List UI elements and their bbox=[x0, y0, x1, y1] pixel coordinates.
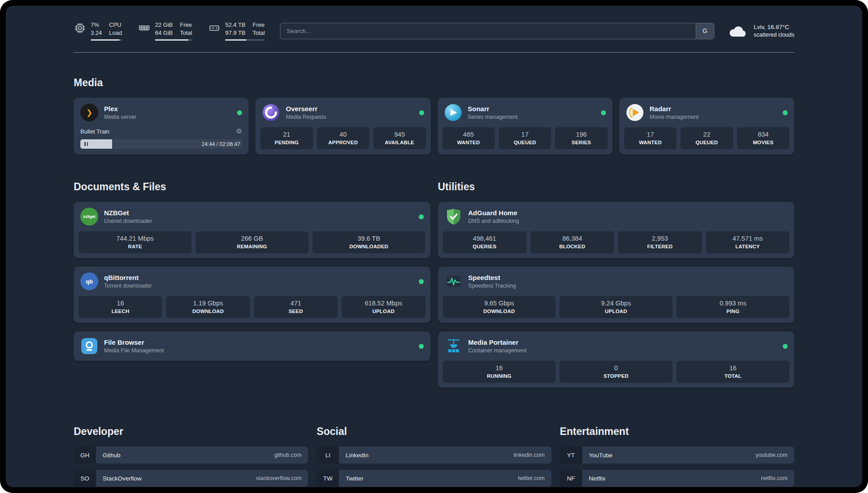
disk-free-value: 52.4 TB bbox=[225, 21, 245, 29]
stat-value: 40 bbox=[319, 131, 367, 138]
stat-label: FILTERED bbox=[620, 244, 700, 249]
stat-block: 22 QUEUED bbox=[680, 127, 733, 149]
resource-widgets: 7% 3.24 CPU Load bbox=[74, 21, 265, 41]
service-card-portainer[interactable]: Media Portainer Container management 16 … bbox=[438, 331, 795, 388]
bookmark-url: twitter.com bbox=[518, 475, 545, 481]
utilities-column: Utilities AdGuard Home DNS and adblockin… bbox=[438, 181, 795, 396]
service-card-plex[interactable]: ❯ Plex Media server Bullet Train ⚙ 24: bbox=[74, 98, 249, 155]
stat-block: 17 WANTED bbox=[624, 127, 676, 149]
stat-label: TOTAL bbox=[678, 373, 788, 379]
stat-block: 485 WANTED bbox=[442, 127, 495, 149]
bookmark-linkedin[interactable]: LI LinkedIn linkedin.com bbox=[317, 447, 551, 464]
stat-label: QUERIES bbox=[445, 244, 525, 249]
search-provider-button[interactable]: G bbox=[696, 23, 714, 39]
bookmark-abbr: YT bbox=[560, 447, 582, 464]
service-card-qbittorrent[interactable]: qb qBittorrent Torrent downloader 16 LEE… bbox=[74, 267, 430, 323]
service-card-nzbget[interactable]: nzbget NZBGet Usenet downloader 744.21 M… bbox=[74, 202, 430, 258]
now-playing-title: Bullet Train bbox=[80, 128, 109, 135]
service-desc: Media File Management bbox=[104, 347, 164, 354]
stat-value: 0.993 ms bbox=[678, 300, 788, 307]
stat-value: 39.6 TB bbox=[314, 235, 424, 242]
stat-label: DOWNLOADED bbox=[314, 244, 424, 249]
bookmark-url: youtube.com bbox=[755, 452, 788, 458]
stat-block: 2,953 FILTERED bbox=[618, 231, 701, 253]
portainer-icon bbox=[445, 337, 463, 355]
stat-label: SEED bbox=[256, 309, 336, 314]
stat-value: 9.65 Gbps bbox=[445, 300, 554, 307]
service-desc: Movie management bbox=[650, 114, 699, 120]
stat-block: 618.52 Mbps UPLOAD bbox=[342, 296, 425, 318]
status-dot-online bbox=[237, 110, 242, 115]
resource-memory: 22 GiB 64 GiB Free Total bbox=[138, 21, 192, 41]
stat-block: 834 MOVIES bbox=[737, 127, 789, 149]
service-card-adguard[interactable]: AdGuard Home DNS and adblocking 498,461 … bbox=[438, 202, 795, 258]
stat-value: 2,953 bbox=[620, 235, 700, 242]
service-card-overseerr[interactable]: Overseerr Media Requests 21 PENDING 40 A… bbox=[255, 98, 430, 155]
stat-value: 86,384 bbox=[532, 235, 612, 242]
stat-label: REMAINING bbox=[197, 244, 307, 249]
stat-block: 0 STOPPED bbox=[559, 361, 672, 383]
bookmark-group-title: Social bbox=[317, 426, 551, 438]
service-desc: Speedtest Tracking bbox=[468, 283, 516, 289]
stat-label: QUEUED bbox=[501, 140, 549, 145]
service-card-filebrowser[interactable]: File Browser Media File Management bbox=[74, 331, 430, 361]
window-frame: 7% 3.24 CPU Load bbox=[0, 0, 868, 493]
stat-block: 196 SERIES bbox=[555, 127, 607, 149]
bookmark-url: netflix.com bbox=[761, 475, 788, 481]
bookmark-abbr: NF bbox=[560, 470, 582, 487]
stat-label: RUNNING bbox=[445, 373, 554, 379]
service-name: Speedtest bbox=[468, 274, 516, 281]
bookmark-name: YouTube bbox=[589, 452, 613, 459]
gear-icon[interactable]: ⚙ bbox=[236, 127, 242, 135]
stat-label: UPLOAD bbox=[343, 309, 423, 314]
service-desc: Series management bbox=[468, 114, 518, 120]
bookmark-youtube[interactable]: YT YouTube youtube.com bbox=[560, 447, 794, 464]
stat-label: QUEUED bbox=[682, 140, 731, 145]
stat-value: 266 GB bbox=[197, 235, 307, 242]
service-desc: Usenet downloader bbox=[104, 218, 152, 224]
service-desc: Media server bbox=[104, 114, 136, 120]
stat-label: DOWNLOAD bbox=[445, 309, 554, 314]
radarr-icon bbox=[626, 104, 644, 121]
bookmark-abbr: GH bbox=[74, 447, 96, 464]
stat-block: 47.571 ms LATENCY bbox=[706, 231, 789, 253]
memory-total-label: Total bbox=[180, 29, 192, 37]
stat-block: 16 TOTAL bbox=[676, 361, 789, 383]
bookmark-twitter[interactable]: TW Twitter twitter.com bbox=[317, 470, 551, 487]
status-dot-online bbox=[783, 344, 788, 349]
stat-block: 9.24 Gbps UPLOAD bbox=[559, 296, 672, 318]
bookmark-url: github.com bbox=[274, 452, 301, 458]
bookmark-stackoverflow[interactable]: SO StackOverflow stackoverflow.com bbox=[74, 470, 308, 487]
service-name: File Browser bbox=[104, 338, 164, 346]
memory-free-value: 22 GiB bbox=[155, 21, 173, 29]
search-input[interactable] bbox=[280, 23, 696, 39]
bookmark-netflix[interactable]: NF Netflix netflix.com bbox=[560, 470, 794, 487]
service-name: Plex bbox=[104, 105, 136, 113]
stat-block: 39.6 TB DOWNLOADED bbox=[313, 231, 426, 253]
bookmark-name: StackOverflow bbox=[103, 475, 142, 482]
service-card-sonarr[interactable]: Sonarr Series management 485 WANTED 17 Q… bbox=[438, 98, 613, 155]
pause-icon[interactable] bbox=[84, 142, 88, 146]
stat-value: 16 bbox=[678, 364, 788, 372]
plex-now-playing-widget: Bullet Train ⚙ 24:44 / 02:06:47 bbox=[74, 127, 249, 155]
memory-progress-bar bbox=[155, 39, 192, 41]
status-dot-online bbox=[419, 214, 424, 219]
playback-progress-fill bbox=[80, 139, 112, 149]
disk-free-label: Free bbox=[253, 21, 265, 29]
bookmark-group-social: Social LI LinkedIn linkedin.com TW Twitt… bbox=[317, 426, 551, 487]
stat-value: 0 bbox=[561, 364, 671, 372]
memory-free-label: Free bbox=[180, 21, 192, 29]
stat-value: 744.21 Mbps bbox=[80, 235, 190, 242]
service-name: Overseerr bbox=[286, 105, 326, 113]
status-dot-online bbox=[601, 110, 606, 115]
documents-column: Documents & Files nzbget NZBGet Usenet d… bbox=[74, 181, 430, 396]
memory-icon bbox=[138, 22, 150, 34]
search-bar: G bbox=[280, 23, 714, 39]
bookmark-github[interactable]: GH Github github.com bbox=[74, 447, 308, 464]
stat-value: 22 bbox=[682, 131, 731, 138]
bookmark-abbr: TW bbox=[317, 470, 339, 487]
service-card-radarr[interactable]: Radarr Movie management 17 WANTED 22 QUE… bbox=[619, 98, 794, 155]
cloud-icon bbox=[728, 24, 748, 38]
resource-disk: 52.4 TB 97.9 TB Free Total bbox=[208, 21, 265, 41]
service-card-speedtest[interactable]: Speedtest Speedtest Tracking 9.65 Gbps D… bbox=[438, 267, 795, 323]
